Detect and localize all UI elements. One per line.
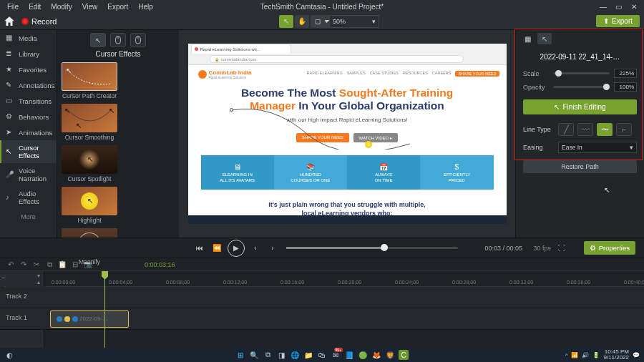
system-clock[interactable]: 10:45 PM9/11/2022 xyxy=(603,349,629,361)
undo-button[interactable]: ↶ xyxy=(6,260,16,270)
store-icon[interactable]: 🛍 xyxy=(317,350,327,360)
word-icon[interactable]: 📘 xyxy=(344,350,354,360)
bin-transitions[interactable]: ▭Transitions xyxy=(0,93,57,109)
export-button[interactable]: ⬆Export xyxy=(596,15,640,27)
edge-icon[interactable]: 🌐 xyxy=(290,350,300,360)
cursor-tool[interactable]: ↖ xyxy=(279,15,293,28)
tray-chevron-icon[interactable]: ^ xyxy=(565,352,568,358)
top-toolbar: Record ↖ ✋ ◻ 50%▾ ⏷ ⬆Export xyxy=(0,13,644,30)
bin-library[interactable]: ≣Library xyxy=(0,46,57,62)
crop-tool[interactable]: ◻ xyxy=(311,15,325,28)
copy-button[interactable]: ⧉ xyxy=(44,260,54,270)
split-button[interactable]: ⊟ xyxy=(70,260,80,270)
bin-voice-narration[interactable]: 🎤Voice Narration xyxy=(0,163,57,186)
maximize-button[interactable]: ▭ xyxy=(611,1,625,12)
scale-value[interactable]: 225% xyxy=(614,69,637,78)
effect-highlight[interactable]: ↖Highlight xyxy=(62,187,117,224)
redo-button[interactable]: ↷ xyxy=(19,260,29,270)
effect-cursor-spotlight[interactable]: ↖Cursor Spotlight xyxy=(62,145,117,182)
playhead[interactable] xyxy=(104,271,105,348)
bin-media[interactable]: ▦Media xyxy=(0,30,57,46)
bin-animations[interactable]: ➤Animations xyxy=(0,124,57,140)
path-anchor-start[interactable] xyxy=(230,108,233,112)
zoom-select[interactable]: 50%▾ xyxy=(329,15,379,28)
hand-tool[interactable]: ✋ xyxy=(295,15,309,28)
linetype-straight[interactable]: ╱ xyxy=(558,123,574,136)
fps-display: 30 fps xyxy=(533,245,551,252)
notifications-icon[interactable]: 💬 xyxy=(633,352,640,358)
start-button[interactable]: ⊞ xyxy=(235,350,245,360)
close-button[interactable]: ✕ xyxy=(627,1,641,12)
chrome-icon[interactable]: 🟢 xyxy=(358,350,368,360)
menu-view[interactable]: View xyxy=(78,1,102,12)
camtasia-icon[interactable]: C xyxy=(399,350,409,360)
bin-audio-effects[interactable]: ♪Audio Effects xyxy=(0,186,57,209)
volume-icon[interactable]: 🔊 xyxy=(582,352,589,358)
menu-modify[interactable]: Modify xyxy=(47,1,76,12)
linetype-square[interactable]: ⌐ xyxy=(616,123,632,136)
zoom-out-button[interactable]: − xyxy=(1,274,9,282)
effect-cursor-path-creator[interactable]: ↖Cursor Path Creator xyxy=(62,62,117,99)
paste-button[interactable]: 📋 xyxy=(57,260,67,270)
home-icon[interactable] xyxy=(3,15,16,28)
restore-path-button[interactable]: Restore Path xyxy=(523,160,637,173)
detach-icon[interactable]: ⛶ xyxy=(558,244,565,252)
browser-tab: Rapid eLearning Solutions wit… xyxy=(191,44,291,54)
share-icon: ⬆ xyxy=(603,17,609,25)
prev-clip-button[interactable]: ⏮ xyxy=(193,242,206,255)
menu-edit[interactable]: Edit xyxy=(24,1,45,12)
effect-cursor-smoothing[interactable]: ↖↖↖Cursor Smoothing xyxy=(62,104,117,141)
menu-file[interactable]: File xyxy=(3,1,23,12)
props-tab-cursor[interactable]: ↖ xyxy=(537,33,552,44)
cursor-path[interactable] xyxy=(230,107,416,150)
record-button[interactable]: Record xyxy=(19,16,59,27)
widgets-icon[interactable]: ◨ xyxy=(276,350,286,360)
bin-favorites[interactable]: ★Favorites xyxy=(0,62,57,77)
prev-frame-button[interactable]: ‹ xyxy=(249,242,262,255)
canvas[interactable]: Rapid eLearning Solutions wit… commlabin… xyxy=(179,30,515,238)
props-tab-video[interactable]: ▦ xyxy=(520,33,535,44)
easing-select[interactable]: Ease In▾ xyxy=(558,142,637,153)
properties-button[interactable]: ⚙Properties xyxy=(584,241,635,255)
menu-export[interactable]: Export xyxy=(103,1,132,12)
opacity-value[interactable]: 100% xyxy=(614,82,637,92)
photo-button[interactable]: 📷 xyxy=(83,260,93,270)
cursor-tab[interactable]: ↖ xyxy=(90,33,106,47)
window-title: TechSmith Camtasia - Untitled Project* xyxy=(256,1,388,12)
scrubber[interactable] xyxy=(286,247,458,249)
bin-annotations[interactable]: ✎Annotations xyxy=(0,77,57,93)
right-click-tab[interactable] xyxy=(130,33,146,47)
step-back-button[interactable]: ⏪ xyxy=(210,242,223,255)
bin-more[interactable]: More xyxy=(0,209,57,225)
mail-icon[interactable]: ✉ xyxy=(331,350,341,360)
task-view-icon[interactable]: ⧉ xyxy=(263,350,273,360)
start-alt-icon[interactable]: ◐ xyxy=(4,350,14,360)
effects-title: Cursor Effects xyxy=(62,50,175,58)
bin-behaviors[interactable]: ⚙Behaviors xyxy=(0,109,57,124)
battery-icon[interactable]: 🔋 xyxy=(592,352,600,358)
preview-frame: Rapid eLearning Solutions wit… commlabin… xyxy=(188,44,507,224)
next-frame-button[interactable]: › xyxy=(266,242,279,255)
track-2[interactable]: Track 2 xyxy=(0,287,644,308)
search-icon[interactable]: 🔍 xyxy=(249,350,259,360)
linetype-curve[interactable]: 〰 xyxy=(577,123,593,136)
finish-editing-button[interactable]: ↖Finish Editing xyxy=(523,99,637,114)
firefox-icon[interactable]: 🦊 xyxy=(371,350,381,360)
linetype-smooth[interactable]: 〜 xyxy=(597,123,613,136)
track-1[interactable]: Track 1 2022-09-… xyxy=(0,308,644,330)
menu-help[interactable]: Help xyxy=(134,1,157,12)
playback-bar: ⏮ ⏪ ▶ ‹ › 00:03 / 00:05 30 fps ⛶ ⚙Proper… xyxy=(0,238,644,258)
timeline-ruler[interactable]: 0:00:00;00 0:00:04;00 0:00:08;00 0:00:12… xyxy=(44,271,644,287)
opacity-slider[interactable] xyxy=(553,86,610,88)
brave-icon[interactable]: 🦁 xyxy=(385,350,395,360)
timeline-clip[interactable]: 2022-09-… xyxy=(50,310,129,328)
explorer-icon[interactable]: 📁 xyxy=(303,350,313,360)
wifi-icon[interactable]: 📶 xyxy=(571,352,578,358)
cut-button[interactable]: ✂ xyxy=(31,260,42,270)
minimize-button[interactable]: — xyxy=(595,1,610,12)
left-click-tab[interactable] xyxy=(110,33,126,47)
bin-cursor-effects[interactable]: ↖Cursor Effects xyxy=(0,140,57,163)
collapse-button[interactable]: ▾▴ xyxy=(37,273,40,285)
scale-slider[interactable] xyxy=(553,72,610,74)
play-button[interactable]: ▶ xyxy=(228,240,245,257)
